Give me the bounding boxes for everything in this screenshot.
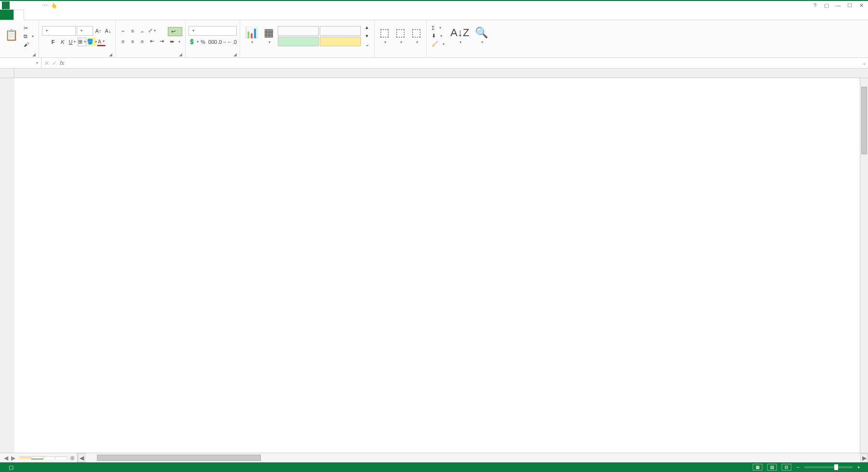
style-gut[interactable] — [278, 37, 319, 46]
percent-icon[interactable]: % — [199, 38, 207, 46]
increase-font-icon[interactable]: A↑ — [94, 27, 103, 35]
tab-daten[interactable] — [53, 10, 63, 20]
help-icon[interactable]: ? — [811, 2, 819, 9]
clear-button[interactable]: 🧹 — [430, 40, 447, 48]
horizontal-scrollbar[interactable]: ◀ ▶ — [77, 453, 868, 462]
format-painter-button[interactable]: 🖌 — [22, 41, 36, 48]
add-sheet-button[interactable]: ⊕ — [68, 455, 77, 461]
autosum-button[interactable]: Σ — [430, 25, 447, 31]
bold-button[interactable]: F — [49, 38, 57, 46]
style-standard[interactable] — [320, 26, 361, 36]
sheet-tab-todo[interactable] — [31, 456, 43, 459]
redo-icon[interactable] — [31, 1, 39, 9]
increase-decimal-icon[interactable]: .0→ — [218, 38, 227, 46]
sheet-tab-einfuehrung[interactable] — [19, 457, 31, 459]
scroll-thumb-h[interactable] — [97, 455, 261, 461]
conditional-formatting-button[interactable]: 📊 — [243, 26, 260, 46]
save-icon[interactable] — [12, 1, 19, 9]
tab-einfuegen[interactable] — [24, 10, 34, 20]
sign-in-link[interactable] — [863, 10, 868, 20]
font-name-select[interactable] — [42, 26, 76, 36]
decrease-font-icon[interactable]: A↓ — [104, 27, 112, 35]
name-box[interactable]: ▾ — [0, 58, 41, 68]
indent-increase-icon[interactable]: ⇥ — [157, 37, 166, 46]
align-bottom-icon[interactable]: ⫠ — [138, 27, 147, 35]
fx-icon[interactable]: fx — [60, 60, 64, 67]
close-icon[interactable]: ✕ — [857, 2, 865, 9]
ribbon-options-icon[interactable]: ▢ — [823, 2, 830, 9]
align-right-icon[interactable]: ≡ — [138, 37, 147, 46]
prev-sheet-icon[interactable]: ◀ — [4, 455, 8, 461]
cells-area[interactable] — [14, 78, 868, 453]
wrap-text-button[interactable]: ↩ — [168, 27, 182, 36]
decrease-decimal-icon[interactable]: ←.0 — [228, 38, 236, 46]
fill-button[interactable]: ⬇ — [430, 32, 447, 40]
tab-ansicht[interactable] — [72, 10, 82, 20]
zoom-out-icon[interactable]: − — [796, 464, 799, 470]
select-all-corner[interactable] — [0, 68, 14, 78]
page-break-view-icon[interactable]: ⊟ — [782, 464, 791, 471]
qat-more-icon[interactable]: ⋯ — [41, 1, 48, 9]
tab-entwicklertools[interactable] — [82, 10, 92, 20]
italic-button[interactable]: K — [58, 38, 67, 46]
next-sheet-icon[interactable]: ▶ — [11, 455, 15, 461]
macro-record-icon[interactable]: ▢ — [9, 464, 14, 471]
style-standard2[interactable] — [278, 26, 319, 36]
undo-icon[interactable] — [21, 1, 29, 9]
sheet-nav[interactable]: ◀▶ — [0, 455, 19, 461]
zoom-knob[interactable] — [834, 464, 838, 470]
normal-view-icon[interactable]: ▦ — [753, 464, 762, 471]
maximize-icon[interactable]: ☐ — [846, 2, 854, 9]
scroll-left-icon[interactable]: ◀ — [78, 453, 85, 462]
tab-datei[interactable] — [0, 10, 14, 20]
style-scroll-down-icon[interactable]: ▾ — [363, 32, 371, 40]
align-left-icon[interactable]: ≡ — [119, 37, 127, 46]
font-size-select[interactable] — [77, 26, 93, 36]
insert-cells-button[interactable]: ⬚ — [378, 26, 392, 46]
formula-expand-icon[interactable]: ⌄ — [862, 60, 866, 66]
align-center-icon[interactable]: ≡ — [128, 37, 137, 46]
minimize-icon[interactable]: — — [834, 2, 842, 9]
zoom-slider[interactable] — [804, 466, 853, 468]
sheet-tab-report[interactable] — [43, 457, 55, 459]
launcher-icon[interactable]: ◢ — [32, 52, 36, 57]
vertical-scrollbar[interactable] — [860, 78, 868, 453]
enter-formula-icon[interactable]: ✓ — [52, 60, 57, 67]
tab-start[interactable] — [14, 10, 24, 20]
format-as-table-button[interactable]: ▦ — [262, 26, 276, 46]
copy-button[interactable]: ⧉ — [22, 33, 36, 40]
tab-seitenlayout[interactable] — [34, 10, 43, 20]
delete-cells-button[interactable]: ⬚ — [393, 26, 407, 46]
format-cells-button[interactable]: ⬚ — [409, 26, 423, 46]
thousand-icon[interactable]: 000 — [208, 38, 217, 46]
sort-filter-button[interactable]: A↓Z — [448, 26, 471, 46]
currency-icon[interactable]: 💲 — [189, 38, 198, 46]
align-top-icon[interactable]: ⫟ — [119, 27, 127, 35]
indent-decrease-icon[interactable]: ⇤ — [148, 37, 156, 46]
find-select-button[interactable]: 🔍 — [473, 26, 490, 46]
launcher-icon[interactable]: ◢ — [109, 52, 112, 57]
tab-formeln[interactable] — [43, 10, 53, 20]
align-middle-icon[interactable]: ≡ — [128, 27, 137, 35]
number-format-select[interactable] — [189, 26, 237, 36]
merge-center-button[interactable]: ⬌ — [168, 38, 182, 45]
font-color-button[interactable]: A — [97, 38, 106, 46]
style-neutral[interactable] — [320, 37, 361, 46]
launcher-icon[interactable]: ◢ — [179, 52, 182, 57]
zoom-in-icon[interactable]: + — [857, 464, 860, 470]
border-button[interactable]: ⊞ — [78, 38, 86, 46]
fill-color-button[interactable]: 🪣 — [87, 38, 96, 46]
cut-button[interactable]: ✂ — [22, 25, 36, 32]
sheet-tab-stammdaten[interactable] — [55, 457, 68, 459]
tab-ueberpruefen[interactable] — [63, 10, 72, 20]
orientation-icon[interactable]: ⤢ — [148, 27, 156, 35]
scroll-right-icon[interactable]: ▶ — [860, 453, 868, 462]
style-scroll-up-icon[interactable]: ▴ — [363, 23, 371, 32]
touch-mode-icon[interactable]: 👆 — [50, 1, 58, 9]
scroll-thumb[interactable] — [861, 87, 867, 154]
launcher-icon[interactable]: ◢ — [233, 52, 237, 57]
paste-button[interactable]: 📋 — [3, 28, 20, 43]
style-more-icon[interactable]: ⌄ — [363, 40, 371, 49]
cancel-formula-icon[interactable]: ✕ — [44, 60, 49, 67]
underline-button[interactable]: U — [68, 38, 77, 46]
